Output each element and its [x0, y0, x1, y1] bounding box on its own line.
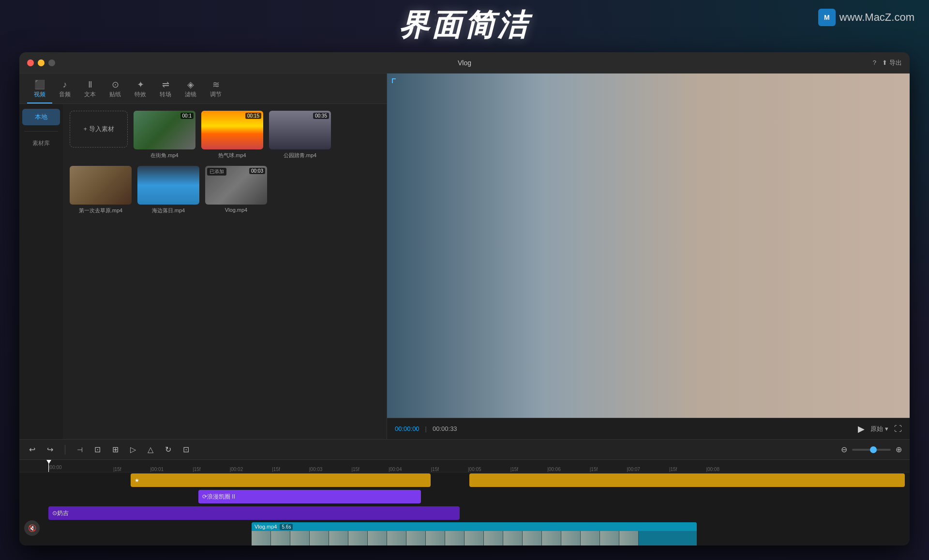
svg-point-27	[705, 118, 791, 222]
share-icon: ⬆	[882, 59, 887, 66]
duration-street: 00:1	[180, 113, 194, 119]
title-bar-actions: ? ⬆ 导出	[873, 59, 902, 67]
track-teal-top-label: Vlog.mp4 5.6s	[252, 522, 697, 531]
timeline-area: ↩ ↪ ⊣ ⊡ ⊞ ▷ △ ↻ ⊡ ⊖ ⊕	[19, 439, 910, 545]
preview-controls: 00:00:00 | 00:00:33 ▶ 原始 ▾ ⛶	[387, 418, 910, 439]
rotate-button[interactable]: ↻	[163, 443, 173, 456]
frame-8	[387, 531, 406, 545]
playhead-line	[48, 460, 49, 472]
traffic-lights	[19, 59, 55, 66]
preview-total-time: 00:00:33	[433, 425, 457, 432]
tab-effects-label: 特效	[135, 90, 146, 99]
frame-7	[368, 531, 387, 545]
tab-transition-label: 转场	[160, 90, 171, 99]
preview-fullscreen-button[interactable]: ⛶	[894, 425, 902, 433]
frame-18	[581, 531, 600, 545]
media-item-park[interactable]: 00:35 公园踏青.mp4	[269, 111, 331, 159]
frame-4	[310, 531, 329, 545]
frame-16	[542, 531, 561, 545]
frame-13	[484, 531, 503, 545]
frame-11	[445, 531, 464, 545]
tab-adjust[interactable]: ≋ 调节	[203, 77, 228, 103]
window-title: Vlog	[458, 59, 471, 67]
track-gold-2[interactable]	[469, 473, 905, 487]
media-item-sea[interactable]: 海边落日.mp4	[137, 166, 199, 214]
help-button[interactable]: ?	[873, 59, 876, 66]
track-purple-1[interactable]: ⟳ 浪漫凯圈 II	[198, 490, 421, 503]
svg-point-25	[510, 94, 605, 208]
title-bar: Vlog ? ⬆ 导出	[19, 52, 910, 74]
mirror-button[interactable]: △	[146, 443, 155, 456]
preview-area	[387, 74, 910, 418]
export-button[interactable]: ⬆ 导出	[882, 59, 902, 67]
tab-audio[interactable]: ♪ 音频	[52, 77, 77, 103]
frame-20	[619, 531, 639, 545]
svg-rect-28	[672, 217, 824, 418]
watermark-text: www.MacZ.com	[839, 11, 914, 24]
frame-19	[600, 531, 619, 545]
media-item-horse[interactable]: 第一次去草原.mp4	[70, 166, 132, 214]
track-row-teal-top: Vlog.mp4 5.6s	[48, 522, 910, 545]
frame-9	[406, 531, 426, 545]
zoom-out-button[interactable]: ⊖	[841, 445, 847, 454]
media-item-balloon[interactable]: 00:15 热气球.mp4	[201, 111, 263, 159]
redo-button[interactable]: ↪	[45, 443, 55, 456]
adjust-tab-icon: ≋	[212, 80, 220, 89]
filter-tab-icon: ◈	[187, 80, 194, 89]
transition-tab-icon: ⇌	[162, 80, 169, 89]
minimize-button[interactable]	[38, 59, 45, 66]
frame-14	[503, 531, 523, 545]
track-teal-top[interactable]: Vlog.mp4 5.6s	[252, 522, 697, 545]
music-icon-2: ⊙	[52, 510, 57, 516]
tab-transition[interactable]: ⇌ 转场	[153, 77, 178, 103]
sidebar-library[interactable]: 素材库	[19, 137, 63, 149]
media-item-street[interactable]: 00:1 在街角.mp4	[134, 111, 195, 159]
crop-button[interactable]: ⊡	[181, 443, 191, 456]
track-purple-2[interactable]: ⊙ 奶吉	[48, 506, 460, 520]
close-button[interactable]	[27, 59, 34, 66]
name-park: 公园踏青.mp4	[269, 152, 331, 159]
preview-mode-select[interactable]: 原始 ▾	[870, 425, 888, 433]
music-icon-1: ⟳	[202, 493, 207, 500]
track-gold-1[interactable]: ★	[131, 473, 431, 487]
sidebar-local[interactable]: 本地	[22, 109, 60, 125]
tab-filter[interactable]: ◈ 滤镜	[178, 77, 203, 103]
media-row-2: 第一次去草原.mp4 海边落日.mp4 已添加 00:03 Vlog.mp4	[70, 166, 380, 214]
tab-text[interactable]: Ⅱ 文本	[77, 77, 103, 103]
split-button[interactable]: ⊣	[75, 444, 85, 456]
svg-rect-22	[805, 103, 824, 132]
watermark: M www.MacZ.com	[818, 9, 914, 26]
track-row-purple2: ⊙ 奶吉	[48, 505, 910, 522]
duplicate-button[interactable]: ⊞	[110, 443, 120, 456]
playhead-head	[46, 460, 51, 464]
preview-play-button[interactable]: ▶	[858, 424, 865, 434]
zoom-in-button[interactable]: ⊕	[896, 445, 902, 454]
tab-effects[interactable]: ✦ 特效	[128, 77, 153, 103]
track-row-purple1: ⟳ 浪漫凯圈 II	[48, 489, 910, 505]
import-button[interactable]: + 导入素材	[70, 111, 128, 147]
thumb-horse	[70, 166, 132, 205]
tab-sticker[interactable]: ⊙ 贴纸	[103, 77, 128, 103]
track-label-music2: 奶吉	[57, 509, 69, 517]
preview-current-time: 00:00:00	[395, 425, 420, 432]
svg-rect-18	[387, 74, 910, 418]
preview-time-separator: |	[425, 425, 427, 432]
fullscreen-button[interactable]	[48, 59, 55, 66]
name-street: 在街角.mp4	[134, 152, 195, 159]
frame-1	[252, 531, 271, 545]
svg-rect-20	[758, 103, 777, 132]
svg-rect-24	[781, 141, 800, 170]
media-row-1: + 导入素材 00:1 在街角.mp4 00:15 热气球.mp4	[70, 111, 380, 159]
timeline-ruler: |00:00 |15f |00:01 |15f |00:02 |15f |00:…	[19, 460, 910, 472]
zoom-slider[interactable]	[852, 449, 891, 451]
tab-video[interactable]: ⬛ 视频	[27, 77, 52, 103]
preview-flag	[392, 78, 396, 83]
play-from-here[interactable]: ▷	[128, 443, 138, 456]
undo-button[interactable]: ↩	[27, 443, 37, 456]
media-item-vlog[interactable]: 已添加 00:03 Vlog.mp4	[205, 166, 267, 214]
audio-tab-icon: ♪	[63, 80, 67, 89]
media-grid: + 导入素材 00:1 在街角.mp4 00:15 热气球.mp4	[63, 104, 387, 439]
delete-button[interactable]: ⊡	[92, 443, 103, 456]
volume-button[interactable]: 🔇	[24, 520, 40, 536]
track-duration-top: 5.6s	[280, 524, 293, 530]
